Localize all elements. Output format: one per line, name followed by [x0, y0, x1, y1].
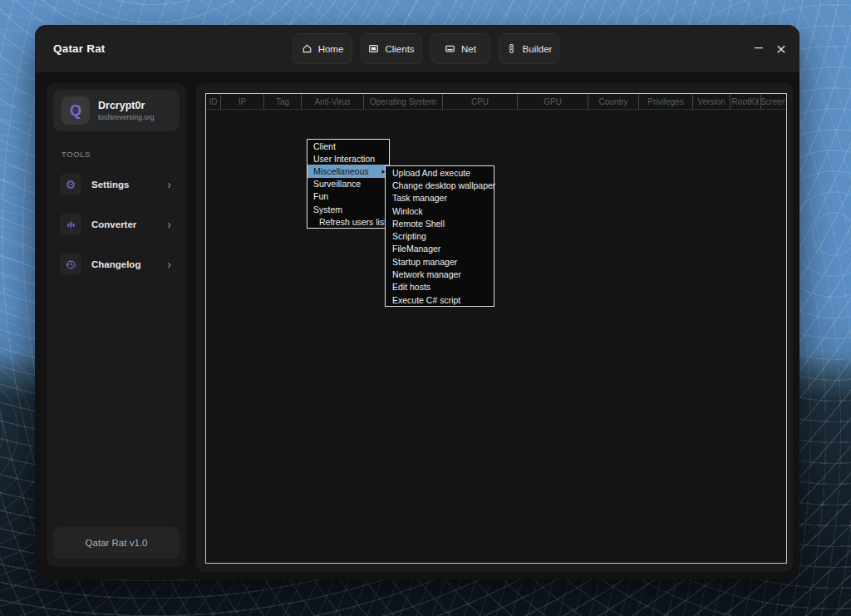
- submenu-item-task-manager[interactable]: Task manager: [386, 192, 494, 205]
- miscellaneous-submenu: Upload And execute Change desktop wallpa…: [385, 165, 494, 307]
- nav-net-button[interactable]: Net: [430, 33, 490, 64]
- menu-item-fun[interactable]: Fun: [307, 190, 389, 203]
- network-icon: [445, 43, 455, 54]
- context-menu: Client User Interaction Miscellaneous ▶ …: [307, 139, 390, 229]
- sidebar-item-converter-label: Converter: [91, 219, 136, 229]
- submenu-item-winlock[interactable]: Winlock: [386, 205, 494, 217]
- window-controls: – ×: [755, 25, 786, 72]
- menu-item-surveillance[interactable]: Surveillance: [307, 178, 389, 190]
- nav-clients-button[interactable]: Clients: [361, 33, 422, 64]
- chevron-right-icon: ›: [167, 218, 171, 231]
- profile-info: Drcrypt0r toolsreversing.org: [98, 100, 155, 121]
- profile-name: Drcrypt0r: [98, 100, 155, 111]
- titlebar: Qatar Rat Home Clients: [35, 25, 799, 72]
- column-header-rootkit[interactable]: RootKit: [730, 94, 761, 109]
- avatar: Q: [61, 96, 90, 125]
- clients-table: ID IP Tag Anti-Virus Operating System CP…: [205, 93, 787, 564]
- desktop-wallpaper: Qatar Rat Home Clients: [0, 0, 851, 616]
- column-header-version[interactable]: Version: [693, 94, 730, 109]
- profile-org: toolsreversing.org: [98, 113, 155, 121]
- submenu-item-change-desktop-wallpaper[interactable]: Change desktop wallpaper: [386, 179, 494, 191]
- sidebar-item-converter[interactable]: Converter ›: [53, 210, 180, 239]
- minimize-button[interactable]: –: [755, 39, 763, 59]
- history-clock-icon: [60, 254, 81, 275]
- sidebar-item-changelog[interactable]: Changelog ›: [53, 250, 180, 278]
- submenu-item-execute-csharp-script[interactable]: Execute C# script: [386, 293, 494, 306]
- gear-icon: ⚙: [60, 174, 81, 195]
- menu-item-system[interactable]: System: [307, 203, 389, 215]
- main-nav: Home Clients Net: [293, 33, 559, 64]
- close-button[interactable]: ×: [776, 40, 786, 57]
- version-badge: Qatar Rat v1.0: [53, 527, 180, 559]
- nav-builder-button[interactable]: Builder: [499, 33, 559, 64]
- submenu-item-network-manager[interactable]: Network manager: [386, 268, 494, 280]
- equalizer-icon: [60, 214, 81, 235]
- app-title: Qatar Rat: [53, 25, 106, 72]
- builder-icon: [506, 43, 517, 54]
- chevron-right-icon: ›: [167, 258, 171, 271]
- submenu-item-upload-and-execute[interactable]: Upload And execute: [386, 166, 494, 179]
- nav-net-label: Net: [461, 44, 476, 54]
- nav-home-button[interactable]: Home: [293, 33, 352, 64]
- column-header-os[interactable]: Operating System: [364, 94, 443, 109]
- sidebar-item-settings[interactable]: ⚙ Settings ›: [53, 170, 180, 199]
- column-header-ip[interactable]: IP: [221, 94, 264, 109]
- chevron-right-icon: ›: [167, 178, 171, 191]
- profile-card: Q Drcrypt0r toolsreversing.org: [53, 90, 180, 131]
- nav-clients-label: Clients: [385, 44, 414, 54]
- nav-home-label: Home: [318, 44, 344, 54]
- column-header-privileges[interactable]: Privileges: [639, 94, 693, 109]
- submenu-item-startup-manager[interactable]: Startup manager: [386, 255, 494, 268]
- submenu-item-scripting[interactable]: Scripting: [386, 229, 494, 242]
- clients-table-header: ID IP Tag Anti-Virus Operating System CP…: [206, 94, 786, 110]
- column-header-country[interactable]: Country: [588, 94, 639, 109]
- column-header-antivirus[interactable]: Anti-Virus: [302, 94, 364, 109]
- sidebar-item-settings-label: Settings: [91, 180, 129, 190]
- menu-item-miscellaneous-label: Miscellaneous: [313, 166, 369, 176]
- column-header-id[interactable]: ID: [206, 94, 221, 109]
- monitor-icon: [368, 43, 379, 54]
- menu-item-miscellaneous[interactable]: Miscellaneous ▶: [307, 165, 389, 177]
- menu-item-client[interactable]: Client: [307, 140, 389, 152]
- nav-builder-label: Builder: [523, 44, 553, 54]
- column-header-screen[interactable]: Screen: [761, 94, 785, 109]
- tools-section-label: TOOLS: [61, 150, 186, 159]
- home-icon: [302, 43, 312, 54]
- sidebar-item-changelog-label: Changelog: [91, 259, 140, 269]
- column-header-tag[interactable]: Tag: [264, 94, 302, 109]
- menu-item-user-interaction[interactable]: User Interaction: [307, 152, 389, 165]
- sidebar: Q Drcrypt0r toolsreversing.org TOOLS ⚙ S…: [47, 83, 186, 567]
- column-header-gpu[interactable]: GPU: [518, 94, 588, 109]
- menu-item-refresh-users-list[interactable]: Refresh users list: [307, 215, 389, 228]
- column-header-cpu[interactable]: CPU: [443, 94, 518, 109]
- submenu-item-edit-hosts[interactable]: Edit hosts: [386, 281, 494, 293]
- clients-panel: ID IP Tag Anti-Virus Operating System CP…: [196, 83, 793, 572]
- submenu-item-filemanager[interactable]: FileManager: [386, 243, 494, 255]
- submenu-item-remote-shell[interactable]: Remote Shell: [386, 217, 494, 229]
